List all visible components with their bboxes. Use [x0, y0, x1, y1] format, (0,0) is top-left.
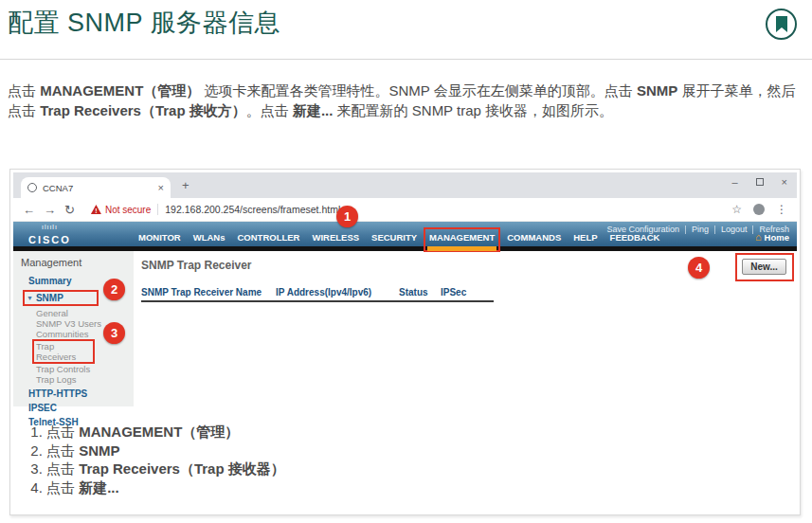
sidebar-item-ipsec[interactable]: IPSEC: [19, 403, 130, 413]
emphasis-text: Trap Receivers（Trap 接收方）: [40, 102, 246, 118]
annotation-circle-2: 2: [103, 279, 125, 300]
sidebar-label: Summary: [28, 276, 72, 286]
browser-tab[interactable]: CCNA7 ×: [21, 177, 171, 198]
column-header-ipsec: IPSec: [441, 287, 494, 298]
main-menu: MONITORWLANsCONTROLLERWIRELESSSECURITYMA…: [138, 232, 659, 243]
divider: [157, 204, 158, 215]
browser-toolbar: ← → ↻ ! Not secure 192.168.200.254/scree…: [13, 198, 797, 222]
table-header-row: SNMP Trap Receiver NameIP Address(Ipv4/I…: [141, 287, 494, 302]
close-window-button[interactable]: ×: [782, 176, 787, 188]
body-text: 点击: [46, 442, 79, 459]
forward-icon[interactable]: →: [44, 203, 56, 217]
article-page: 配置 SNMP 服务器信息 点击 MANAGEMENT（管理） 选项卡来配置各类…: [0, 0, 812, 523]
steps-list: 点击 MANAGEMENT（管理）点击 SNMP点击 Trap Receiver…: [29, 423, 800, 496]
browser-tab-strip: CCNA7 × + – ×: [13, 172, 797, 198]
annotation-circle-1: 1: [336, 206, 358, 227]
profile-avatar-icon[interactable]: [753, 204, 765, 215]
sidebar-item-telnet-ssh[interactable]: Telnet-SSH: [19, 417, 130, 427]
window-controls: – ×: [731, 176, 787, 188]
bookmark-button[interactable]: [766, 9, 797, 40]
header-link-ping[interactable]: Ping: [692, 225, 709, 234]
maximize-button[interactable]: [756, 178, 764, 186]
column-header-snmp-trap-receiver-name: SNMP Trap Receiver Name: [141, 287, 276, 298]
menu-item-monitor[interactable]: MONITOR: [138, 232, 181, 243]
emphasis-text: MANAGEMENT（管理）: [40, 82, 200, 99]
minimize-button[interactable]: –: [731, 176, 737, 188]
more-menu-icon[interactable]: ⋮: [776, 203, 787, 216]
annotation-circle-3: 3: [103, 322, 125, 344]
close-tab-icon[interactable]: ×: [158, 182, 164, 193]
sidebar-label: Trap Controls: [36, 364, 90, 374]
tab-title: CCNA7: [43, 183, 153, 193]
divider: [685, 225, 686, 234]
page-title: 配置 SNMP 服务器信息: [8, 6, 280, 40]
emphasis-text: SNMP: [79, 442, 119, 459]
cisco-logo-text: CISCO: [28, 234, 71, 245]
sidebar-label: General: [36, 308, 68, 318]
toolbar-right: ☆ ⋮: [731, 203, 787, 216]
sidebar-label: Communities: [36, 329, 88, 339]
sidebar-label: IPSEC: [28, 403, 57, 413]
divider: [0, 59, 812, 60]
globe-icon: [27, 183, 37, 192]
home-label: Home: [765, 232, 789, 243]
header-link-logout[interactable]: Logout: [721, 225, 748, 234]
body-text: 选项卡来配置各类管理特性。SNMP 会显示在左侧菜单的顶部。点击: [200, 82, 637, 99]
sidebar-label: Trap Receivers: [36, 341, 76, 362]
body-text: 点击: [46, 460, 79, 477]
url-text[interactable]: 192.168.200.254/screens/frameset.html: [165, 204, 340, 215]
sidebar-label: SNMP: [36, 293, 63, 303]
figure-panel: CCNA7 × + – × ← → ↻ ! Not secure 192.168…: [9, 169, 801, 515]
divider: [714, 225, 715, 234]
step-item: 点击 新建...: [46, 478, 800, 497]
step-item: 点击 SNMP: [46, 442, 800, 460]
sidebar-item-trap-controls[interactable]: Trap Controls: [19, 364, 130, 374]
cisco-logo: ılıılı CISCO: [28, 225, 71, 247]
cisco-logo-marks: ılıılı: [28, 225, 71, 230]
wlc-header-bar: ılıılı CISCO Save ConfigurationPingLogou…: [13, 222, 797, 246]
divider: [752, 225, 753, 234]
home-icon: ⌂: [755, 231, 762, 243]
sidebar-item-http-https[interactable]: HTTP-HTTPS: [19, 388, 130, 399]
annotation-box-new: [735, 253, 794, 281]
emphasis-text: 新建...: [293, 102, 334, 118]
intro-paragraph: 点击 MANAGEMENT（管理） 选项卡来配置各类管理特性。SNMP 会显示在…: [8, 81, 805, 120]
back-icon[interactable]: ←: [23, 203, 35, 217]
caret-down-icon: ▼: [27, 293, 33, 303]
emphasis-text: SNMP: [637, 82, 677, 99]
new-tab-button[interactable]: +: [182, 178, 189, 192]
emphasis-text: 新建...: [79, 479, 119, 496]
column-header-status: Status: [399, 287, 441, 298]
menu-item-feedback[interactable]: FEEDBACK: [610, 232, 660, 243]
sidebar-label: Trap Logs: [36, 374, 76, 385]
sidebar-item-trap-logs[interactable]: Trap Logs: [19, 374, 130, 385]
annotation-circle-4: 4: [688, 257, 710, 279]
menu-item-controller[interactable]: CONTROLLER: [237, 232, 299, 243]
body-text: 来配置新的 SNMP trap 接收器，如图所示。: [333, 102, 613, 118]
sidebar-title: Management: [21, 257, 130, 268]
sidebar-label: SNMP V3 Users: [36, 318, 101, 329]
bookmark-star-icon[interactable]: ☆: [731, 203, 742, 216]
emphasis-text: Trap Receivers（Trap 接收器）: [79, 460, 285, 477]
sidebar-item-snmp[interactable]: ▼SNMP: [23, 290, 99, 306]
home-link[interactable]: ⌂ Home: [755, 231, 789, 243]
step-item: 点击 Trap Receivers（Trap 接收器）: [46, 460, 800, 478]
warning-icon: !: [91, 205, 101, 214]
wlc-screenshot: CCNA7 × + – × ← → ↻ ! Not secure 192.168…: [13, 172, 797, 409]
body-text: 点击: [46, 479, 79, 496]
wlc-body: Management Summary▼SNMPGeneralSNMP V3 Us…: [13, 251, 797, 410]
menu-item-wlans[interactable]: WLANs: [193, 232, 226, 243]
sidebar-item-general[interactable]: General: [19, 308, 130, 318]
sidebar-label: HTTP-HTTPS: [28, 388, 87, 399]
sidebar-item-trap-receivers[interactable]: Trap Receivers: [32, 339, 95, 364]
menu-item-management[interactable]: MANAGEMENT: [429, 232, 495, 243]
menu-item-commands[interactable]: COMMANDS: [507, 232, 561, 243]
reload-icon[interactable]: ↻: [64, 203, 75, 217]
menu-item-security[interactable]: SECURITY: [371, 232, 417, 243]
bookmark-icon: [775, 16, 788, 32]
menu-item-wireless[interactable]: WIRELESS: [312, 232, 359, 243]
not-secure-label[interactable]: Not secure: [105, 205, 151, 215]
body-text: 点击: [8, 82, 40, 99]
menu-item-help[interactable]: HELP: [573, 232, 597, 243]
column-header-ip-address-ipv4-ipv6: IP Address(Ipv4/Ipv6): [276, 287, 399, 298]
